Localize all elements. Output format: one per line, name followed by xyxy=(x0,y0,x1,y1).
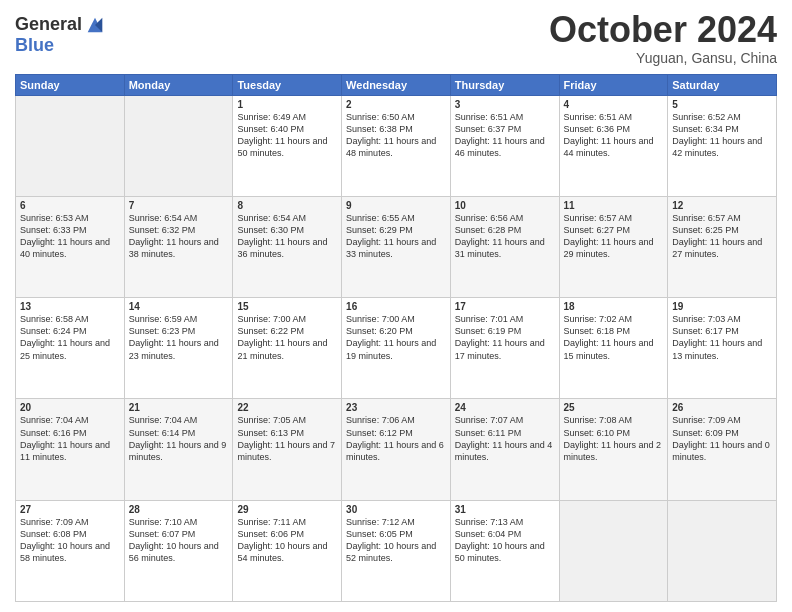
day-number: 24 xyxy=(455,402,555,413)
calendar-week-row: 1Sunrise: 6:49 AM Sunset: 6:40 PM Daylig… xyxy=(16,95,777,196)
calendar-cell: 21Sunrise: 7:04 AM Sunset: 6:14 PM Dayli… xyxy=(124,399,233,500)
logo-text: General xyxy=(15,15,82,35)
calendar-cell xyxy=(124,95,233,196)
day-info: Sunrise: 7:12 AM Sunset: 6:05 PM Dayligh… xyxy=(346,516,446,565)
calendar-cell: 1Sunrise: 6:49 AM Sunset: 6:40 PM Daylig… xyxy=(233,95,342,196)
day-number: 9 xyxy=(346,200,446,211)
day-info: Sunrise: 7:06 AM Sunset: 6:12 PM Dayligh… xyxy=(346,414,446,463)
day-info: Sunrise: 7:10 AM Sunset: 6:07 PM Dayligh… xyxy=(129,516,229,565)
calendar-cell: 29Sunrise: 7:11 AM Sunset: 6:06 PM Dayli… xyxy=(233,500,342,601)
calendar-cell: 13Sunrise: 6:58 AM Sunset: 6:24 PM Dayli… xyxy=(16,298,125,399)
calendar-cell: 25Sunrise: 7:08 AM Sunset: 6:10 PM Dayli… xyxy=(559,399,668,500)
calendar-cell xyxy=(668,500,777,601)
calendar-cell: 26Sunrise: 7:09 AM Sunset: 6:09 PM Dayli… xyxy=(668,399,777,500)
day-number: 17 xyxy=(455,301,555,312)
calendar-cell: 12Sunrise: 6:57 AM Sunset: 6:25 PM Dayli… xyxy=(668,196,777,297)
calendar-cell: 10Sunrise: 6:56 AM Sunset: 6:28 PM Dayli… xyxy=(450,196,559,297)
calendar-cell: 28Sunrise: 7:10 AM Sunset: 6:07 PM Dayli… xyxy=(124,500,233,601)
calendar-cell xyxy=(559,500,668,601)
day-number: 19 xyxy=(672,301,772,312)
weekday-header: Monday xyxy=(124,74,233,95)
day-number: 18 xyxy=(564,301,664,312)
day-info: Sunrise: 7:09 AM Sunset: 6:08 PM Dayligh… xyxy=(20,516,120,565)
day-number: 21 xyxy=(129,402,229,413)
day-info: Sunrise: 7:11 AM Sunset: 6:06 PM Dayligh… xyxy=(237,516,337,565)
day-info: Sunrise: 7:13 AM Sunset: 6:04 PM Dayligh… xyxy=(455,516,555,565)
day-info: Sunrise: 7:07 AM Sunset: 6:11 PM Dayligh… xyxy=(455,414,555,463)
day-info: Sunrise: 7:02 AM Sunset: 6:18 PM Dayligh… xyxy=(564,313,664,362)
logo-icon xyxy=(84,14,106,36)
weekday-header: Friday xyxy=(559,74,668,95)
day-info: Sunrise: 7:03 AM Sunset: 6:17 PM Dayligh… xyxy=(672,313,772,362)
day-number: 29 xyxy=(237,504,337,515)
day-number: 3 xyxy=(455,99,555,110)
logo: General Blue xyxy=(15,14,106,56)
day-info: Sunrise: 6:51 AM Sunset: 6:36 PM Dayligh… xyxy=(564,111,664,160)
calendar-week-row: 20Sunrise: 7:04 AM Sunset: 6:16 PM Dayli… xyxy=(16,399,777,500)
calendar-cell: 22Sunrise: 7:05 AM Sunset: 6:13 PM Dayli… xyxy=(233,399,342,500)
day-info: Sunrise: 7:00 AM Sunset: 6:22 PM Dayligh… xyxy=(237,313,337,362)
calendar-cell: 20Sunrise: 7:04 AM Sunset: 6:16 PM Dayli… xyxy=(16,399,125,500)
day-info: Sunrise: 6:50 AM Sunset: 6:38 PM Dayligh… xyxy=(346,111,446,160)
calendar-cell: 6Sunrise: 6:53 AM Sunset: 6:33 PM Daylig… xyxy=(16,196,125,297)
weekday-header: Saturday xyxy=(668,74,777,95)
calendar-cell: 16Sunrise: 7:00 AM Sunset: 6:20 PM Dayli… xyxy=(342,298,451,399)
day-number: 16 xyxy=(346,301,446,312)
day-info: Sunrise: 6:57 AM Sunset: 6:25 PM Dayligh… xyxy=(672,212,772,261)
day-number: 31 xyxy=(455,504,555,515)
day-number: 4 xyxy=(564,99,664,110)
day-number: 2 xyxy=(346,99,446,110)
day-number: 27 xyxy=(20,504,120,515)
day-info: Sunrise: 7:05 AM Sunset: 6:13 PM Dayligh… xyxy=(237,414,337,463)
calendar-cell: 4Sunrise: 6:51 AM Sunset: 6:36 PM Daylig… xyxy=(559,95,668,196)
day-number: 6 xyxy=(20,200,120,211)
calendar-cell: 2Sunrise: 6:50 AM Sunset: 6:38 PM Daylig… xyxy=(342,95,451,196)
header: General Blue October 2024 Yuguan, Gansu,… xyxy=(15,10,777,66)
day-number: 14 xyxy=(129,301,229,312)
day-number: 30 xyxy=(346,504,446,515)
calendar-week-row: 6Sunrise: 6:53 AM Sunset: 6:33 PM Daylig… xyxy=(16,196,777,297)
calendar-cell: 15Sunrise: 7:00 AM Sunset: 6:22 PM Dayli… xyxy=(233,298,342,399)
calendar-table: SundayMondayTuesdayWednesdayThursdayFrid… xyxy=(15,74,777,602)
day-info: Sunrise: 6:56 AM Sunset: 6:28 PM Dayligh… xyxy=(455,212,555,261)
day-info: Sunrise: 6:55 AM Sunset: 6:29 PM Dayligh… xyxy=(346,212,446,261)
calendar-cell: 14Sunrise: 6:59 AM Sunset: 6:23 PM Dayli… xyxy=(124,298,233,399)
calendar-header-row: SundayMondayTuesdayWednesdayThursdayFrid… xyxy=(16,74,777,95)
title-block: October 2024 Yuguan, Gansu, China xyxy=(549,10,777,66)
calendar-cell: 11Sunrise: 6:57 AM Sunset: 6:27 PM Dayli… xyxy=(559,196,668,297)
calendar-cell: 18Sunrise: 7:02 AM Sunset: 6:18 PM Dayli… xyxy=(559,298,668,399)
calendar-cell: 3Sunrise: 6:51 AM Sunset: 6:37 PM Daylig… xyxy=(450,95,559,196)
calendar-cell: 19Sunrise: 7:03 AM Sunset: 6:17 PM Dayli… xyxy=(668,298,777,399)
calendar-cell: 9Sunrise: 6:55 AM Sunset: 6:29 PM Daylig… xyxy=(342,196,451,297)
day-info: Sunrise: 6:59 AM Sunset: 6:23 PM Dayligh… xyxy=(129,313,229,362)
weekday-header: Thursday xyxy=(450,74,559,95)
day-info: Sunrise: 7:04 AM Sunset: 6:16 PM Dayligh… xyxy=(20,414,120,463)
day-info: Sunrise: 6:58 AM Sunset: 6:24 PM Dayligh… xyxy=(20,313,120,362)
page: General Blue October 2024 Yuguan, Gansu,… xyxy=(0,0,792,612)
day-number: 8 xyxy=(237,200,337,211)
month-title: October 2024 xyxy=(549,10,777,50)
day-number: 22 xyxy=(237,402,337,413)
calendar-cell: 5Sunrise: 6:52 AM Sunset: 6:34 PM Daylig… xyxy=(668,95,777,196)
day-number: 23 xyxy=(346,402,446,413)
day-number: 13 xyxy=(20,301,120,312)
calendar-week-row: 13Sunrise: 6:58 AM Sunset: 6:24 PM Dayli… xyxy=(16,298,777,399)
day-number: 1 xyxy=(237,99,337,110)
day-number: 25 xyxy=(564,402,664,413)
day-info: Sunrise: 7:08 AM Sunset: 6:10 PM Dayligh… xyxy=(564,414,664,463)
weekday-header: Tuesday xyxy=(233,74,342,95)
day-number: 26 xyxy=(672,402,772,413)
day-number: 7 xyxy=(129,200,229,211)
day-info: Sunrise: 6:51 AM Sunset: 6:37 PM Dayligh… xyxy=(455,111,555,160)
calendar-cell: 8Sunrise: 6:54 AM Sunset: 6:30 PM Daylig… xyxy=(233,196,342,297)
calendar-cell: 31Sunrise: 7:13 AM Sunset: 6:04 PM Dayli… xyxy=(450,500,559,601)
calendar-cell: 27Sunrise: 7:09 AM Sunset: 6:08 PM Dayli… xyxy=(16,500,125,601)
day-info: Sunrise: 6:54 AM Sunset: 6:30 PM Dayligh… xyxy=(237,212,337,261)
day-number: 20 xyxy=(20,402,120,413)
day-number: 28 xyxy=(129,504,229,515)
day-info: Sunrise: 7:04 AM Sunset: 6:14 PM Dayligh… xyxy=(129,414,229,463)
day-info: Sunrise: 6:53 AM Sunset: 6:33 PM Dayligh… xyxy=(20,212,120,261)
calendar-cell: 7Sunrise: 6:54 AM Sunset: 6:32 PM Daylig… xyxy=(124,196,233,297)
day-info: Sunrise: 6:54 AM Sunset: 6:32 PM Dayligh… xyxy=(129,212,229,261)
calendar-cell: 23Sunrise: 7:06 AM Sunset: 6:12 PM Dayli… xyxy=(342,399,451,500)
